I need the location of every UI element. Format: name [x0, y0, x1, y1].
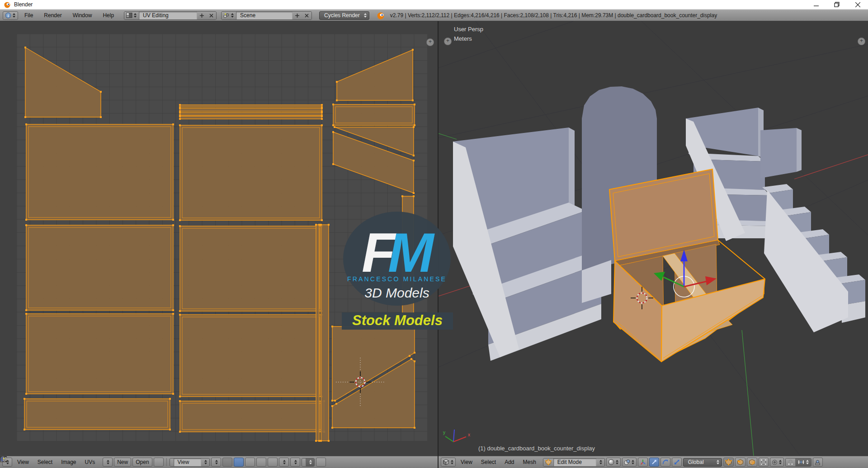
close-button[interactable]: [847, 0, 868, 9]
vp-menu-select[interactable]: Select: [477, 456, 500, 468]
menu-render[interactable]: Render: [39, 10, 66, 21]
scene-add-button[interactable]: [292, 12, 302, 19]
menu-window[interactable]: Window: [68, 10, 97, 21]
viewport-units-label: Meters: [454, 35, 472, 42]
viewport-header: View Select Add Mesh Edit Mode: [439, 456, 868, 468]
axis-icon: [640, 459, 646, 465]
edit-mode-icon: [545, 459, 552, 465]
select-mode-edge-button[interactable]: [735, 458, 745, 467]
draw-other-objects-toggle[interactable]: [316, 458, 326, 467]
shading-sphere-icon: [608, 459, 614, 465]
close-icon: [855, 2, 860, 7]
render-engine-label: Cycles Render: [321, 12, 363, 19]
uv-select-mode-face[interactable]: [256, 458, 266, 467]
plus-icon: [199, 13, 204, 18]
pivot-point-dropdown[interactable]: [211, 458, 221, 467]
mode-dropdown[interactable]: Edit Mode: [543, 458, 605, 467]
manipulator-translate-button[interactable]: [649, 458, 659, 467]
svg-text:y: y: [443, 430, 445, 435]
render-engine-dropdown[interactable]: Cycles Render: [319, 11, 369, 20]
orientation-label: Global: [685, 459, 707, 465]
new-image-label: New: [116, 459, 129, 465]
uv-select-mode-island[interactable]: [268, 458, 278, 467]
vp-menu-add[interactable]: Add: [501, 456, 518, 468]
scene-selector: Scene: [221, 11, 312, 20]
snap-increment-icon: [797, 459, 805, 465]
editor-type-button[interactable]: [441, 458, 456, 467]
window-titlebar: Blender: [0, 0, 868, 9]
pin-button[interactable]: [154, 458, 164, 467]
uv-draw-mode-dropdown[interactable]: View: [170, 458, 210, 467]
snap-settings[interactable]: [785, 458, 811, 467]
minimize-button[interactable]: [806, 0, 826, 9]
open-image-button[interactable]: Open: [132, 458, 152, 467]
toolshelf-expand-icon[interactable]: +: [444, 38, 452, 45]
info-header: i File Render Window Help UV Editing: [0, 9, 868, 21]
render-border-button[interactable]: [813, 458, 823, 467]
screen-layout-selector: UV Editing: [124, 11, 217, 20]
menu-file[interactable]: File: [20, 10, 38, 21]
screen-layout-name[interactable]: UV Editing: [139, 12, 197, 19]
uv-draw-mode-label: View: [174, 459, 201, 466]
viewport-view-label: User Persp: [454, 26, 483, 33]
manipulator-rotate-button[interactable]: [660, 458, 670, 467]
editor-type-button[interactable]: i: [3, 11, 18, 20]
active-object-label: (1) double_cardboard_book_counter_displa…: [478, 445, 595, 452]
uv-canvas[interactable]: [0, 21, 438, 468]
uv-select-mode-vertex[interactable]: [234, 458, 244, 467]
uv-menu-uvs[interactable]: UVs: [81, 456, 99, 468]
menu-help[interactable]: Help: [98, 10, 118, 21]
viewport-canvas[interactable]: yx: [439, 21, 868, 468]
vp-menu-mesh[interactable]: Mesh: [519, 456, 540, 468]
svg-text:i: i: [8, 14, 9, 18]
scene-statistics: v2.79 | Verts:2,112/2,112 | Edges:4,216/…: [390, 12, 717, 19]
proportional-edit-dropdown[interactable]: [290, 458, 300, 467]
manipulator-scale-button[interactable]: [672, 458, 682, 467]
open-image-label: Open: [134, 459, 150, 465]
workspace: + View Select Image UVs: [0, 21, 868, 468]
window-title: Blender: [14, 1, 33, 8]
sticky-selection-dropdown[interactable]: [279, 458, 289, 467]
svg-text:x: x: [468, 432, 470, 437]
snap-settings[interactable]: [302, 458, 315, 467]
uv-menu-image[interactable]: Image: [57, 456, 80, 468]
region-expand-icon[interactable]: +: [426, 38, 434, 46]
restore-button[interactable]: [826, 0, 847, 9]
scene-delete-button[interactable]: [302, 12, 311, 19]
texture-sphere-icon: [0, 456, 6, 462]
pivot-center-dropdown[interactable]: [622, 458, 637, 467]
uv-menu-view[interactable]: View: [14, 456, 33, 468]
uv-image-editor[interactable]: + View Select Image UVs: [0, 21, 438, 468]
select-mode-vertex-button[interactable]: [723, 458, 734, 467]
rotate-arc-icon: [662, 459, 669, 465]
screen-layout-browse-button[interactable]: [124, 12, 139, 19]
close-x-icon: [209, 13, 214, 18]
camera-icon: [815, 459, 821, 465]
screen-layout-delete-button[interactable]: [207, 12, 216, 19]
new-image-button[interactable]: New: [114, 458, 131, 467]
screen-layout-add-button[interactable]: [197, 12, 207, 19]
face-cube-icon: [749, 459, 755, 465]
vertex-cube-icon: [725, 459, 732, 465]
uv-editor-header: View Select Image UVs New: [0, 456, 438, 468]
uv-menu-select[interactable]: Select: [34, 456, 56, 468]
orientation-dropdown[interactable]: Global: [683, 458, 722, 467]
viewport-3d[interactable]: yx User Persp Meters (1) double_cardboar…: [439, 21, 868, 468]
image-browse-button[interactable]: [103, 458, 113, 467]
properties-expand-icon[interactable]: +: [858, 38, 865, 45]
manipulator-toggle[interactable]: [638, 458, 648, 467]
viewport-editor-icon: [443, 459, 449, 465]
occlude-cube-icon: [760, 459, 767, 465]
layout-icon: [126, 13, 132, 18]
scene-name[interactable]: Scene: [236, 12, 292, 19]
occlude-geometry-toggle[interactable]: [759, 458, 769, 467]
viewport-shading-dropdown[interactable]: [606, 458, 621, 467]
select-mode-face-button[interactable]: [747, 458, 757, 467]
restore-icon: [834, 2, 840, 7]
uv-sync-selection-toggle[interactable]: [222, 458, 232, 467]
proportional-edit-dropdown[interactable]: [770, 458, 784, 467]
info-icon: i: [5, 12, 11, 19]
scene-browse-button[interactable]: [222, 12, 236, 19]
uv-select-mode-edge[interactable]: [245, 458, 255, 467]
vp-menu-view[interactable]: View: [457, 456, 476, 468]
